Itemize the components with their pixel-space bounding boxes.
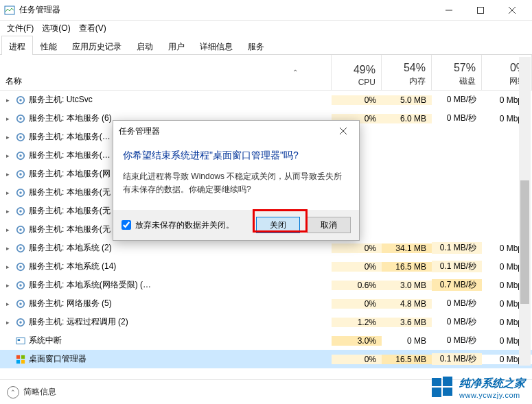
fewer-details-toggle[interactable]: ⌃ 简略信息	[7, 386, 56, 399]
expand-icon[interactable]: ▸	[3, 300, 12, 307]
process-name: 服务主机: 网络服务 (5)	[29, 298, 112, 309]
process-icon	[15, 206, 26, 217]
app-icon	[4, 5, 15, 16]
expand-icon[interactable]: ▸	[3, 319, 12, 326]
process-name: 服务主机: 本地服务(…	[29, 131, 111, 143]
process-name: 桌面窗口管理器	[29, 353, 86, 365]
disk-cell: 0 MB/秒	[432, 316, 482, 328]
column-cpu[interactable]: 49% CPU	[332, 55, 382, 90]
process-name: 服务主机: 本地系统 (2)	[29, 242, 112, 254]
cpu-cell: 0%	[332, 355, 382, 364]
abandon-data-checkbox-wrap[interactable]: 放弃未保存的数据并关闭。	[122, 219, 249, 231]
svg-point-24	[19, 265, 22, 268]
watermark: 纯净系统之家 www.ycwzjy.com	[430, 375, 525, 400]
table-row[interactable]: ▸服务主机: 本地系统(网络受限) (…0.6%3.0 MB0.7 MB/秒0 …	[0, 276, 532, 294]
process-name: 服务主机: 本地服务(无	[29, 187, 111, 198]
disk-cell: 0 MB/秒	[432, 94, 482, 106]
table-row[interactable]: ▸服务主机: 本地系统 (14)0%16.5 MB0.1 MB/秒0 Mbps	[0, 257, 532, 276]
table-row[interactable]: ▸服务主机: 网络服务 (5)0%4.8 MB0 MB/秒0 Mbps	[0, 294, 532, 313]
process-icon	[15, 335, 26, 346]
close-button[interactable]	[496, 0, 528, 21]
tab-services[interactable]: 服务	[240, 36, 272, 54]
process-name: 服务主机: 本地服务(网	[29, 168, 111, 180]
expand-icon[interactable]: ▸	[3, 282, 12, 289]
svg-rect-35	[16, 359, 20, 363]
maximize-button[interactable]	[465, 0, 496, 21]
expand-icon[interactable]: ▸	[3, 226, 12, 233]
dialog-title: 任务管理器	[119, 126, 333, 137]
expand-icon[interactable]: ▸	[3, 208, 12, 215]
svg-point-10	[19, 136, 22, 139]
expand-icon[interactable]: ▸	[3, 152, 12, 159]
tab-users[interactable]: 用户	[161, 36, 192, 54]
process-name: 服务主机: 远程过程调用 (2)	[29, 316, 128, 328]
process-icon	[15, 280, 26, 291]
disk-usage-pct: 57%	[437, 62, 476, 74]
table-row[interactable]: ▸服务主机: 远程过程调用 (2)1.2%3.6 MB0 MB/秒0 Mbps	[0, 313, 532, 331]
svg-point-14	[19, 173, 22, 176]
cpu-cell: 0%	[332, 243, 382, 253]
svg-rect-34	[21, 355, 25, 358]
menu-file[interactable]: 文件(F)	[3, 21, 38, 36]
menu-options[interactable]: 选项(O)	[38, 21, 74, 36]
menu-view[interactable]: 查看(V)	[75, 21, 111, 36]
dialog-cancel-button[interactable]: 取消	[307, 217, 351, 233]
dialog-headline: 你希望结束系统进程"桌面窗口管理器"吗?	[123, 150, 349, 162]
expand-icon[interactable]: ▸	[3, 245, 12, 252]
table-row[interactable]: 系统中断3.0%0 MB0 MB/秒0 Mbps	[0, 331, 532, 350]
disk-cell: 0 MB/秒	[432, 112, 482, 124]
abandon-data-label: 放弃未保存的数据并关闭。	[135, 219, 234, 231]
cpu-usage-pct: 49%	[337, 64, 375, 76]
dialog-message: 结束此进程将导致 Windows 不稳定或关闭，从而导致丢失所有未保存的数据。你…	[123, 170, 349, 196]
svg-point-26	[19, 284, 22, 287]
memory-cell: 34.1 MB	[382, 243, 432, 253]
expand-icon[interactable]: ▸	[3, 115, 12, 122]
process-name: 服务主机: 本地服务(无	[29, 224, 111, 235]
svg-rect-32	[18, 339, 21, 341]
memory-cell: 16.5 MB	[382, 355, 432, 364]
table-row[interactable]: ▸服务主机: UtcSvc0%5.0 MB0 MB/秒0 Mbps	[0, 91, 532, 109]
cpu-cell: 0%	[332, 95, 382, 105]
vertical-scrollbar[interactable]	[519, 57, 531, 366]
expand-icon[interactable]: ▸	[3, 97, 12, 104]
disk-cell: 0.1 MB/秒	[432, 353, 482, 365]
minimize-button[interactable]	[433, 0, 465, 21]
memory-usage-pct: 54%	[387, 62, 426, 74]
tab-performance[interactable]: 性能	[33, 36, 65, 54]
table-row[interactable]: 桌面窗口管理器0%16.5 MB0.1 MB/秒0 Mbps	[0, 350, 532, 368]
cpu-cell: 0.6%	[332, 281, 382, 290]
disk-cell: 0.1 MB/秒	[432, 242, 482, 254]
tab-startup[interactable]: 启动	[129, 36, 161, 54]
process-icon	[15, 132, 26, 143]
menubar: 文件(F) 选项(O) 查看(V)	[0, 21, 532, 36]
svg-point-30	[19, 321, 22, 324]
process-icon	[15, 150, 26, 161]
expand-icon[interactable]: ▸	[3, 134, 12, 141]
dialog-shutdown-button[interactable]: 关闭	[256, 217, 300, 233]
memory-cell: 6.0 MB	[382, 114, 432, 123]
tab-app-history[interactable]: 应用历史记录	[65, 36, 129, 54]
svg-rect-2	[478, 7, 484, 13]
column-name[interactable]: 名称 ⌃	[0, 55, 332, 90]
process-icon	[15, 95, 26, 106]
collapse-icon: ⌃	[7, 386, 19, 399]
scrollbar-thumb[interactable]	[520, 180, 529, 304]
column-memory[interactable]: 54% 内存	[382, 55, 432, 90]
expand-icon[interactable]: ▸	[3, 263, 12, 270]
svg-point-16	[19, 191, 22, 194]
expand-icon[interactable]: ▸	[3, 189, 12, 196]
column-name-label: 名称	[5, 75, 22, 87]
svg-rect-41	[432, 388, 441, 397]
dialog-close-button[interactable]	[333, 121, 354, 141]
abandon-data-checkbox[interactable]	[122, 220, 131, 230]
tab-processes[interactable]: 进程	[1, 36, 33, 55]
column-disk[interactable]: 57% 磁盘	[432, 55, 482, 90]
table-row[interactable]: ▸服务主机: 本地系统 (2)0%34.1 MB0.1 MB/秒0 Mbps	[0, 239, 532, 257]
expand-icon[interactable]: ▸	[3, 171, 12, 178]
fewer-details-label: 简略信息	[23, 386, 56, 398]
svg-point-22	[19, 247, 22, 250]
memory-cell: 0 MB	[382, 336, 432, 346]
disk-cell: 0 MB/秒	[432, 298, 482, 309]
tab-details[interactable]: 详细信息	[192, 36, 240, 54]
svg-point-6	[19, 99, 22, 102]
